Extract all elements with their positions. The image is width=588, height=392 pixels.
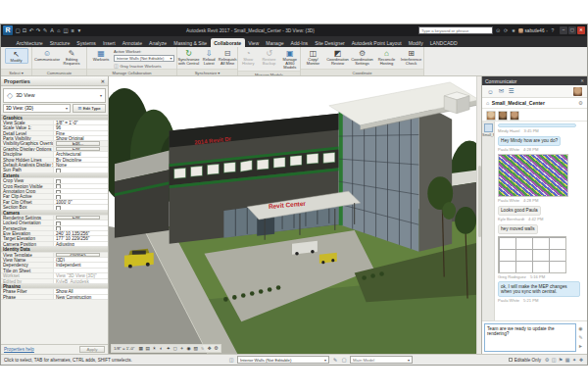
ribbon-tab[interactable]: Collaborate <box>211 38 245 47</box>
markup-icon[interactable]: ✎ <box>578 334 582 340</box>
property-value[interactable] <box>54 226 108 230</box>
property-value[interactable] <box>54 184 108 188</box>
close-icon[interactable]: ✕ <box>101 78 105 84</box>
ribbon-tab[interactable]: LANDCADD <box>426 38 461 47</box>
feed-list-icon[interactable]: ☰ <box>509 87 514 95</box>
avatar[interactable] <box>486 111 496 121</box>
property-value[interactable] <box>54 178 108 182</box>
status-filter-icon[interactable]: ❖ <box>578 357 584 363</box>
view-control-icon[interactable]: ⚙ <box>214 346 220 351</box>
search-input[interactable] <box>418 26 493 34</box>
property-value[interactable]: Show All <box>54 289 108 293</box>
ribbon-tab[interactable]: Autodesk Point Layout <box>348 38 405 47</box>
property-value[interactable]: 1000' 0" <box>54 200 108 204</box>
chat-icon[interactable]: ✉ <box>499 87 504 95</box>
help-icon[interactable]: ? <box>550 27 556 33</box>
ribbon-tab[interactable]: Manage <box>263 38 287 47</box>
property-value[interactable]: Edit... <box>56 141 100 145</box>
property-value[interactable]: <None> <box>56 253 100 257</box>
panel-label-manage-models[interactable]: Manage Models <box>238 71 300 75</box>
send-icon[interactable]: ► <box>578 343 583 349</box>
view-cube[interactable] <box>444 92 469 114</box>
qat-icon[interactable]: ≡ <box>70 25 75 35</box>
editing-requests-status-icon[interactable]: ✎ <box>332 357 338 363</box>
revit-application-menu-icon[interactable]: R <box>3 25 13 35</box>
ribbon-tab[interactable]: Architecture <box>13 38 46 47</box>
qat-icon[interactable]: A <box>49 25 55 35</box>
property-value[interactable]: View "3D View {3D}" <box>54 273 108 277</box>
qat-icon[interactable]: ▾ <box>76 25 82 35</box>
panel-label-coordinate[interactable]: Coordinate <box>301 69 423 75</box>
property-value[interactable] <box>54 189 108 193</box>
view-control-icon[interactable]: ▤ <box>145 346 151 351</box>
panel-label-select[interactable]: Select ▾ <box>1 69 31 75</box>
view-control-icon[interactable]: ❖ <box>207 346 213 351</box>
project-row[interactable]: ⌂ Small_Medical_Center ⚙ <box>482 98 587 109</box>
ribbon-tab[interactable]: Systems <box>74 38 100 47</box>
sync-icon[interactable]: ⟳ <box>503 27 509 33</box>
modify-button[interactable]: ↖ Modify <box>5 48 28 64</box>
active-workset-dropdown[interactable]: Interior Walls (Not Editable) ▾ <box>114 55 174 62</box>
reload-latest-button[interactable]: ⇩ Reload Latest <box>201 48 217 66</box>
conversation-tab-icon[interactable] <box>484 123 493 132</box>
coordination-settings-button[interactable]: ⚙ Coordination Settings <box>351 48 374 66</box>
reconcile-hosting-button[interactable]: ⌂ Reconcile Hosting <box>375 48 399 66</box>
view-control-icon[interactable]: ≈ <box>200 346 206 351</box>
chat-message-input[interactable]: Team are we ready to update the renderin… <box>484 323 576 352</box>
design-options-icon[interactable]: ▢ <box>341 357 347 363</box>
design-option-dropdown[interactable]: Main Model ▾ <box>350 356 413 364</box>
coordination-review-button[interactable]: ◩ Coordination Review <box>326 48 350 66</box>
panel-label-manage-collaboration[interactable]: Manage Collaboration <box>87 69 176 75</box>
property-value[interactable]: Edit... <box>56 216 100 220</box>
editing-requests-button[interactable]: ✎ Editing Requests <box>60 48 83 66</box>
property-value[interactable]: Fine <box>54 131 108 135</box>
property-value[interactable] <box>54 194 108 198</box>
qat-icon[interactable]: ▢ <box>15 25 21 35</box>
maximize-button[interactable]: ▢ <box>568 26 576 34</box>
property-value[interactable]: {3D} <box>54 258 108 262</box>
chat-history[interactable]: Mindy Hazel 3:45 PM Hey Mindy how are yo… <box>495 122 587 320</box>
workset-dropdown[interactable]: Interior Walls (Not Editable) ▾ <box>237 356 329 364</box>
property-value[interactable] <box>54 168 108 172</box>
qat-icon[interactable]: ◫ <box>63 25 69 35</box>
close-icon[interactable]: ✕ <box>580 78 584 83</box>
view-control-icon[interactable]: ✦ <box>166 346 172 351</box>
edit-type-button[interactable]: ⊞ Edit Type <box>73 104 106 113</box>
property-value[interactable]: New Construction <box>54 295 108 299</box>
3d-viewport[interactable]: 2014 Revit Dr Revit Center <box>109 76 481 354</box>
property-value[interactable] <box>54 269 108 272</box>
property-value[interactable] <box>54 220 108 224</box>
close-button[interactable]: ✕ <box>577 26 585 34</box>
properties-help-link[interactable]: Properties help <box>4 347 34 352</box>
ribbon-tab[interactable]: View <box>245 38 263 47</box>
avatar[interactable] <box>498 111 508 121</box>
view-selector-dropdown[interactable]: 3D View: {3D} ▾ <box>3 104 71 113</box>
qat-icon[interactable]: ⌂ <box>56 25 62 35</box>
camera-icon[interactable]: ◉ <box>578 325 582 331</box>
apply-button[interactable]: Apply <box>79 346 105 353</box>
my-avatar[interactable] <box>573 87 582 96</box>
property-value[interactable]: Architectural <box>54 152 108 156</box>
worksets-button[interactable]: ▦ Worksets <box>89 48 113 62</box>
property-value[interactable]: 96 <box>54 125 108 129</box>
property-value[interactable]: By Discipline <box>54 158 108 162</box>
type-selector[interactable]: ◇ 3D View ▾ <box>3 88 106 103</box>
signed-in-user[interactable]: sabutle46 ▾ <box>518 28 548 33</box>
property-value[interactable]: Independent <box>54 263 108 267</box>
ribbon-tab[interactable]: Massing & Site <box>171 38 211 47</box>
chat-image-floor-plan[interactable] <box>498 236 566 273</box>
communicator-button[interactable]: ☺ Communicator <box>35 48 59 62</box>
checkbox-icon[interactable] <box>509 358 513 362</box>
ribbon-tab[interactable]: Insert <box>99 38 119 47</box>
qat-icon[interactable]: ↶ <box>28 25 34 35</box>
ribbon-tab[interactable]: Analyze <box>146 38 171 47</box>
ribbon-tab[interactable]: Site Designer <box>312 38 349 47</box>
minimize-button[interactable]: – <box>560 26 567 34</box>
communicator-header[interactable]: Communicator ✕ <box>482 76 587 85</box>
view-scale-button[interactable]: 1/8" = 1'-0" <box>114 346 134 351</box>
editable-only-toggle[interactable]: Editable Only <box>509 358 541 363</box>
view-control-icon[interactable]: ⌖ <box>179 346 185 351</box>
property-value[interactable]: 240' 10 135/256" <box>54 231 108 235</box>
property-value[interactable]: Adjusting <box>54 242 108 246</box>
manage-a360-models-button[interactable]: ▣ Manage A360 Models <box>280 48 300 71</box>
